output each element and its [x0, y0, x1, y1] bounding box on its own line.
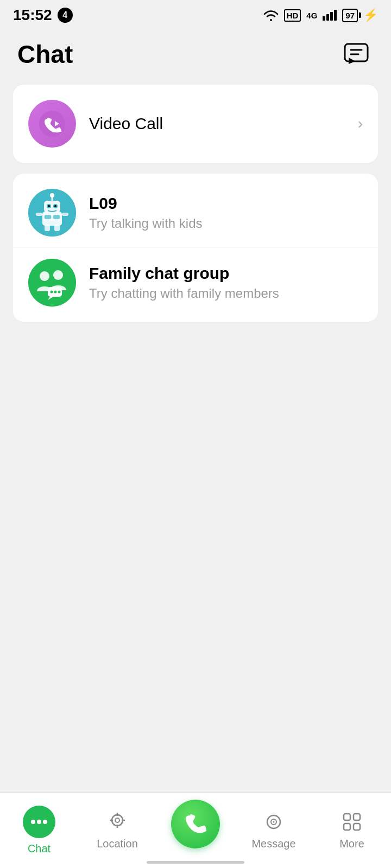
fourg-badge: 4G: [306, 11, 317, 20]
family-chat-text: Family chat group Try chatting with fami…: [89, 264, 363, 301]
family-chat-icon: [28, 259, 76, 307]
video-call-label: Video Call: [89, 114, 345, 133]
nav-label-location: Location: [97, 838, 138, 850]
video-call-avatar: [28, 100, 76, 148]
chat-dots-icon: [29, 812, 49, 832]
message-icon: [262, 810, 285, 833]
svg-rect-0: [345, 44, 368, 61]
location-icon: [106, 810, 129, 833]
svg-point-23: [53, 270, 63, 280]
chevron-right-icon: ›: [358, 115, 363, 132]
svg-rect-17: [36, 213, 42, 216]
svg-rect-41: [344, 814, 350, 820]
svg-point-14: [50, 193, 54, 197]
svg-rect-44: [354, 824, 360, 830]
compose-icon: [343, 42, 369, 66]
svg-point-26: [51, 291, 53, 293]
video-call-icon: [39, 110, 66, 137]
svg-point-32: [112, 815, 123, 826]
svg-rect-19: [45, 225, 50, 231]
family-avatar: [28, 259, 76, 307]
l09-subtitle: Try talking with kids: [89, 216, 363, 231]
l09-avatar: [28, 189, 76, 237]
nav-item-chat[interactable]: Chat: [0, 797, 78, 864]
chat-list: L09 Try talking with kids: [13, 174, 378, 322]
charging-icon: ⚡: [363, 8, 378, 22]
svg-rect-8: [44, 201, 60, 213]
header: Chat: [0, 28, 391, 85]
svg-rect-15: [45, 215, 51, 219]
nav-item-call[interactable]: [156, 804, 235, 857]
svg-point-33: [115, 818, 119, 822]
status-left: 15:52 4: [13, 7, 73, 24]
svg-rect-18: [62, 213, 68, 216]
compose-button[interactable]: [339, 37, 374, 72]
l09-name: L09: [89, 194, 363, 213]
nav-item-message[interactable]: Message: [235, 802, 313, 859]
status-bar: 15:52 4 HD 4G 97 ⚡: [0, 0, 391, 28]
chat-list-card: L09 Try talking with kids: [13, 174, 378, 322]
notification-badge: 4: [58, 8, 73, 23]
battery-container: 97 ⚡: [342, 8, 378, 22]
svg-point-22: [40, 271, 49, 281]
svg-rect-16: [53, 215, 60, 219]
nav-label-more: More: [339, 838, 364, 850]
l09-robot-icon: [28, 189, 76, 237]
more-grid-icon: [340, 810, 363, 833]
hd-badge: HD: [284, 9, 301, 22]
nav-item-more[interactable]: More: [313, 802, 391, 859]
svg-marker-1: [349, 58, 355, 64]
chat-item-family[interactable]: Family chat group Try chatting with fami…: [13, 247, 378, 317]
wifi-icon: [263, 9, 279, 21]
home-indicator: [147, 861, 244, 864]
signal-bars: [323, 10, 337, 21]
svg-point-40: [273, 821, 275, 823]
call-button[interactable]: [171, 800, 220, 848]
status-time: 15:52: [13, 7, 52, 24]
svg-point-31: [43, 820, 47, 824]
battery-level: 97: [342, 9, 358, 22]
chat-item-l09[interactable]: L09 Try talking with kids: [13, 178, 378, 247]
svg-point-21: [28, 259, 76, 307]
page-title: Chat: [17, 40, 73, 69]
svg-rect-20: [54, 225, 60, 231]
nav-item-location[interactable]: Location: [78, 802, 156, 859]
battery-tip: [359, 12, 361, 18]
video-call-row[interactable]: Video Call ›: [13, 85, 378, 163]
nav-label-chat: Chat: [28, 843, 51, 855]
family-subtitle: Try chatting with family members: [89, 286, 363, 301]
family-name: Family chat group: [89, 264, 363, 283]
l09-chat-text: L09 Try talking with kids: [89, 194, 363, 231]
bottom-nav: Chat Location Message: [0, 792, 391, 868]
svg-point-27: [54, 291, 57, 293]
status-right: HD 4G 97 ⚡: [263, 8, 378, 22]
svg-point-4: [39, 111, 65, 137]
phone-icon: [182, 811, 209, 837]
svg-rect-42: [354, 814, 360, 820]
chat-bubble-icon: [23, 806, 55, 838]
svg-rect-43: [344, 824, 350, 830]
svg-point-12: [54, 205, 56, 207]
svg-point-29: [31, 820, 35, 824]
svg-point-30: [37, 820, 41, 824]
svg-point-11: [48, 205, 50, 207]
video-call-card[interactable]: Video Call ›: [13, 85, 378, 163]
nav-label-message: Message: [251, 838, 295, 850]
svg-point-28: [58, 291, 61, 293]
